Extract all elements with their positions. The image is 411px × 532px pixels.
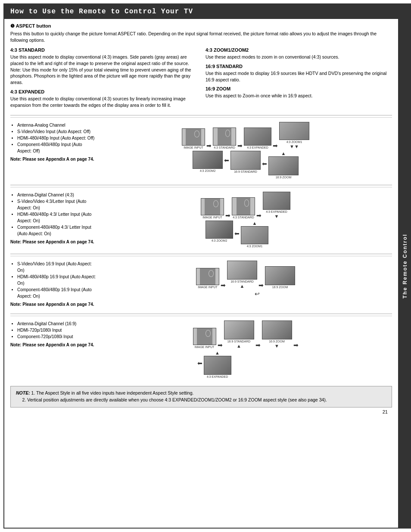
diagram-2-bullets: Antenna-Digital Channel (4:3) S-Video/Vi… (10, 192, 97, 237)
list-item: Component-480i/480p Input (Auto Aspect: … (17, 141, 97, 154)
tv-169-zoom: 16:9 ZOOM (265, 266, 295, 289)
diagram-4-bullets: Antenna-Digital Channel (16:9) HDMI-720p… (10, 320, 97, 340)
down-arrow-icon: ▼ (274, 214, 279, 219)
arrow-right-icon: ➡ (273, 142, 278, 149)
arrow-left-icon: ⬅ (197, 360, 202, 367)
bullet-number: ❺ (10, 23, 15, 28)
arrow-left-icon: ⬅ (262, 160, 267, 167)
diagram-2-note: Note: Please see Appendix A on page 74. (10, 239, 97, 245)
list-item: S-Video/Video Input (Auto Aspect: Off) (17, 128, 97, 135)
arrow-left-icon: ⬅ (224, 157, 229, 164)
mode-43-zoom: 4:3 ZOOM1/ZOOM2 Use these aspect modes t… (206, 47, 392, 60)
down-arrow-icon: ▼ (274, 343, 279, 348)
diagram-3-left: S-Video/Video 16:9 Input (Auto Aspect: O… (10, 261, 97, 308)
list-item: Component-480i/480p 16:9 Input (Auto Asp… (17, 286, 97, 299)
list-item: S-Video/Video 16:9 Input (Auto Aspect: O… (17, 261, 97, 274)
tv-label: IMAGE INPUT (202, 216, 222, 219)
tv-label: 4:3 ZOOM2 (200, 169, 216, 172)
tv-label: IMAGE INPUT (198, 286, 218, 289)
aspect-intro-text: Press this button to quickly change the … (10, 31, 392, 43)
list-item: S-Video/Video 4:3/Letter Input (Auto Asp… (17, 198, 97, 211)
up-arrow-icon: ▲ (240, 283, 245, 289)
modes-col-left: 4:3 STANDARD Use this aspect mode to dis… (10, 47, 197, 112)
arrow-right-icon: ➡ (218, 342, 223, 348)
up-arrow-icon: ▲ (281, 151, 286, 156)
tv-169-zoom: 16:9 ZOOM ▼ (262, 320, 292, 348)
mode-43-standard-heading: 4:3 STANDARD (10, 47, 197, 53)
arrow-right-icon: ➡ (256, 212, 262, 219)
mode-43-expanded-text: Use this aspect mode to display conventi… (10, 96, 197, 108)
mode-169-standard-heading: 16:9 STANDARD (206, 64, 392, 69)
side-tab: The Remote Control (399, 3, 411, 529)
arrow-right-icon: ➡ (225, 212, 230, 219)
up-arrow-icon: ▲ (252, 221, 257, 226)
list-item: Antenna-Digital Channel (4:3) (17, 192, 97, 198)
diagram-section-1: Antenna-Analog Channel S-Video/Video Inp… (10, 117, 392, 183)
diagram-3-right: IMAGE INPUT ➡ 16:9 STANDARD ▲ ➡ (99, 261, 392, 297)
down-arrow-icon: ▼ (290, 144, 299, 149)
note-label: NOTE: (16, 390, 30, 395)
tv-label: IMAGE INPUT (184, 146, 203, 149)
tv-43-expanded-2: ▲ 4:3 EXPANDED (204, 350, 231, 378)
tv-43-zoom1: ▲ 4:3 ZOOM1 (241, 221, 268, 248)
tv-169-standard: 16:9 STANDARD ▲ (224, 320, 254, 348)
tv-169-zoom: ▲ 16:9 ZOOM (268, 151, 299, 179)
arrow-right-icon: ➡ (221, 282, 226, 289)
tv-label: 4:3 ZOOM2 (212, 239, 227, 242)
tv-label: 16:9 ZOOM (276, 176, 292, 179)
tv-label: 4:3 STANDARD (233, 216, 254, 219)
footer-note: NOTE: 1. The Aspect Style in all five vi… (10, 386, 392, 408)
tv-43-zoom1: 4:3 ZOOM1 ▼ (279, 122, 309, 149)
list-item: HDMI-480i/480p Input (Auto Aspect: Off) (17, 135, 97, 141)
divider-1 (10, 115, 392, 115)
tv-43-standard: 4:3 STANDARD (213, 128, 236, 149)
modes-section: 4:3 STANDARD Use this aspect mode to dis… (10, 47, 392, 112)
mode-169-standard-text: Use this aspect mode to display 16:9 sou… (206, 70, 392, 83)
tv-image-input: IMAGE INPUT (182, 128, 205, 149)
tv-image-input: IMAGE INPUT (196, 268, 219, 289)
tv-label: 4:3 STANDARD (214, 146, 235, 149)
diagram-3-note: Note: Please see Appendix A on page 74. (10, 301, 97, 308)
mode-169-standard: 16:9 STANDARD Use this aspect mode to di… (206, 64, 392, 83)
tv-169-standard: 16:9 STANDARD (230, 151, 261, 173)
diagram-1-right: IMAGE INPUT ➡ 4:3 STANDARD (99, 122, 392, 179)
footer-note-line2: 2. Vertical position adjustments are dir… (22, 397, 327, 402)
diagram-section-2: Antenna-Digital Channel (4:3) S-Video/Vi… (10, 187, 392, 252)
tv-43-zoom2: 4:3 ZOOM2 (206, 221, 233, 242)
tv-label: 4:3 ZOOM1 (286, 140, 302, 143)
mode-43-standard: 4:3 STANDARD Use this aspect mode to dis… (10, 47, 197, 85)
tv-169-standard: 16:9 STANDARD ▲ (227, 261, 257, 289)
list-item: Antenna-Digital Channel (16:9) (17, 320, 97, 327)
tv-label: 16:9 STANDARD (234, 170, 257, 173)
list-item: HDMI-480i/480p 16:9 Input (Auto Aspect: … (17, 274, 97, 286)
arrow-right-icon: ➡ (206, 142, 212, 149)
diagram-2-left: Antenna-Digital Channel (4:3) S-Video/Vi… (10, 192, 97, 245)
tv-43-expanded: 4:3 EXPANDED (244, 128, 271, 149)
diagram-4-left: Antenna-Digital Channel (16:9) HDMI-720p… (10, 320, 97, 348)
up-arrow-icon: ▲ (237, 343, 241, 348)
list-item: HDMI-480i/480p 4:3/ Letter Input (Auto A… (17, 211, 97, 224)
mode-169-zoom: 16:9 ZOOM Use this aspect to Zoom-in onc… (206, 86, 392, 99)
mode-43-expanded-heading: 4:3 EXPANDED (10, 89, 197, 94)
curved-back-arrow-icon: ↩ (255, 290, 260, 297)
diagram-section-4: Antenna-Digital Channel (16:9) HDMI-720p… (10, 316, 392, 383)
divider-3 (10, 254, 392, 254)
divider-4 (10, 314, 392, 314)
tv-label: 4:3 EXPANDED (207, 375, 228, 378)
diagram-4-note: Note: Please see Appendix A on page 74. (10, 342, 97, 348)
tv-label: 16:9 STANDARD (227, 340, 251, 343)
footer-note-line1: 1. The Aspect Style in all five video in… (31, 390, 194, 395)
mode-169-zoom-text: Use this aspect to Zoom-in once while in… (206, 93, 392, 99)
page-title: How to Use the Remote to Control Your TV (4, 4, 398, 19)
diagram-section-3: S-Video/Video 16:9 Input (Auto Aspect: O… (10, 256, 392, 312)
tv-43-zoom2: 4:3 ZOOM2 (193, 151, 223, 172)
mode-169-zoom-heading: 16:9 ZOOM (206, 86, 392, 91)
tv-43-standard: 4:3 STANDARD (232, 197, 255, 219)
list-item: Antenna-Analog Channel (17, 122, 97, 128)
arrow-right-icon: ➡ (258, 282, 264, 289)
diagram-3-bullets: S-Video/Video 16:9 Input (Auto Aspect: O… (10, 261, 97, 299)
section-heading-text: ASPECT button (16, 23, 51, 28)
divider-2 (10, 185, 392, 185)
mode-43-zoom-text: Use these aspect modes to zoom in on con… (206, 54, 392, 60)
modes-col-right: 4:3 ZOOM1/ZOOM2 Use these aspect modes t… (206, 47, 392, 112)
